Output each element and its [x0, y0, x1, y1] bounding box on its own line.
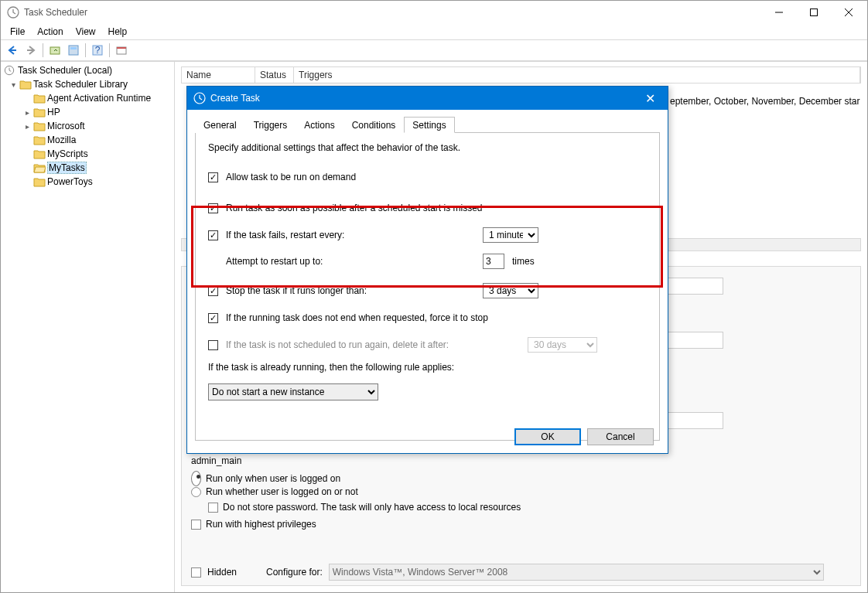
toolbar-separator: [43, 43, 43, 57]
tree-item-label: HP: [47, 107, 60, 118]
tree-item-selected[interactable]: MyTasks: [1, 161, 174, 175]
tree-item[interactable]: Agent Activation Runtime: [1, 91, 174, 105]
tree-root-label: Task Scheduler (Local): [18, 65, 112, 76]
tab-actions[interactable]: Actions: [296, 117, 343, 133]
chevron-right-icon[interactable]: ▸: [22, 108, 32, 117]
settings-tab-pane: Specify additional settings that affect …: [195, 133, 660, 441]
dialog-body: General Triggers Actions Conditions Sett…: [187, 110, 668, 453]
chevron-down-icon[interactable]: ▾: [9, 80, 18, 89]
run-missed-checkbox[interactable]: [208, 203, 218, 213]
task-grid-header: Name Status Triggers: [181, 66, 861, 83]
menu-file[interactable]: File: [4, 25, 31, 39]
user-account-label: admin_main: [191, 455, 241, 466]
tree-item-label: Agent Activation Runtime: [47, 93, 151, 104]
allow-on-demand-checkbox[interactable]: [208, 172, 218, 182]
run-whether-radio[interactable]: Run whether user is logged on or not: [191, 486, 358, 497]
up-button[interactable]: [46, 42, 63, 59]
folder-icon: [33, 148, 46, 159]
tree-item-label: Mozilla: [47, 135, 76, 145]
configure-for-label: Configure for:: [266, 567, 323, 578]
ok-button[interactable]: OK: [514, 428, 581, 445]
menu-view[interactable]: View: [70, 25, 102, 39]
tree-item-label: PowerToys: [47, 176, 93, 187]
attempt-label: Attempt to restart up to:: [226, 256, 475, 267]
chevron-right-icon[interactable]: ▸: [22, 122, 32, 131]
toolbar-icon-2[interactable]: [65, 42, 82, 59]
minimize-button[interactable]: [761, 1, 796, 24]
toolbar-separator-2: [85, 43, 86, 57]
col-triggers[interactable]: Triggers: [294, 67, 860, 83]
highest-privileges-check[interactable]: Run with highest privileges: [191, 519, 316, 530]
tab-triggers[interactable]: Triggers: [245, 117, 296, 133]
maximize-button[interactable]: [796, 1, 831, 24]
configure-for-select[interactable]: Windows Vista™, Windows Server™ 2008: [329, 564, 824, 581]
create-task-dialog: Create Task ✕ General Triggers Actions C…: [186, 86, 668, 454]
forward-button[interactable]: [22, 42, 39, 59]
hidden-checkbox[interactable]: [191, 567, 201, 578]
dialog-close-button[interactable]: ✕: [638, 91, 661, 106]
dialog-titlebar[interactable]: Create Task ✕: [187, 87, 668, 110]
toolbar-separator-3: [109, 43, 110, 57]
restart-interval-select[interactable]: 1 minute: [483, 227, 538, 243]
menubar: File Action View Help: [1, 24, 867, 39]
tree-item[interactable]: PowerToys: [1, 175, 174, 189]
back-button[interactable]: [4, 42, 21, 59]
run-logged-on-radio[interactable]: Run only when user is logged on: [191, 471, 340, 486]
tree-item[interactable]: Mozilla: [1, 133, 174, 147]
close-button[interactable]: [831, 1, 866, 24]
attempt-row: Attempt to restart up to: times: [208, 254, 647, 269]
stop-longer-label: Stop the task if it runs longer than:: [226, 285, 475, 296]
stop-longer-row: Stop the task if it runs longer than: 3 …: [208, 283, 647, 298]
tree-item[interactable]: ▸ Microsoft: [1, 119, 174, 133]
restart-row: If the task fails, restart every: 1 minu…: [208, 227, 647, 243]
configure-for-row: Hidden Configure for: Windows Vista™, Wi…: [191, 564, 824, 581]
toolbar: ?: [1, 39, 867, 61]
no-store-password-check[interactable]: Do not store password. The task will onl…: [191, 502, 521, 513]
stop-longer-checkbox[interactable]: [208, 286, 218, 296]
stop-longer-select[interactable]: 3 days: [483, 283, 538, 298]
tab-conditions[interactable]: Conditions: [343, 117, 405, 133]
window-controls: [761, 1, 866, 24]
delete-after-checkbox[interactable]: [208, 340, 218, 350]
delete-after-select: 30 days: [528, 337, 597, 353]
svg-rect-3: [69, 46, 78, 55]
clock-icon: [193, 92, 206, 104]
clock-icon: [4, 65, 15, 76]
help-button[interactable]: ?: [89, 42, 106, 59]
run-missed-row: Run task as soon as possible after a sch…: [208, 203, 647, 213]
rule-select[interactable]: Do not start a new instance: [208, 383, 378, 400]
delete-after-row: If the task is not scheduled to run agai…: [208, 337, 647, 353]
col-name[interactable]: Name: [182, 67, 255, 83]
task-row-partial[interactable]: eptember, October, November, December st…: [670, 93, 861, 107]
delete-after-label: If the task is not scheduled to run agai…: [226, 339, 520, 350]
tree-item[interactable]: ▸ HP: [1, 105, 174, 119]
menu-help[interactable]: Help: [102, 25, 134, 39]
highest-privileges-label: Run with highest privileges: [206, 519, 316, 530]
tree-pane: Task Scheduler (Local) ▾ Task Scheduler …: [1, 62, 175, 592]
folder-icon: [33, 176, 46, 187]
dialog-title: Create Task: [210, 93, 638, 104]
checkbox-icon: [208, 503, 218, 513]
attempt-count-input[interactable]: [483, 254, 504, 269]
tab-general[interactable]: General: [195, 117, 245, 133]
restart-checkbox[interactable]: [208, 230, 218, 240]
menu-action[interactable]: Action: [31, 25, 69, 39]
dialog-buttons: OK Cancel: [514, 428, 654, 445]
tree-root[interactable]: Task Scheduler (Local): [1, 63, 174, 77]
svg-text:?: ?: [95, 45, 101, 56]
col-status[interactable]: Status: [255, 67, 294, 83]
checkbox-icon: [191, 520, 201, 530]
run-whether-label: Run whether user is logged on or not: [206, 486, 358, 497]
force-stop-checkbox[interactable]: [208, 313, 218, 323]
cancel-button[interactable]: Cancel: [587, 428, 654, 445]
tab-settings[interactable]: Settings: [404, 117, 454, 133]
folder-icon: [33, 121, 46, 131]
toolbar-icon-3[interactable]: [113, 42, 130, 59]
svg-rect-1: [810, 9, 817, 16]
window-title: Task Scheduler: [24, 7, 761, 18]
allow-on-demand-label: Allow task to be run on demand: [226, 172, 356, 182]
highlight-annotation: [191, 206, 663, 288]
folder-open-icon: [33, 162, 46, 173]
tree-library[interactable]: ▾ Task Scheduler Library: [1, 77, 174, 91]
tree-item[interactable]: MyScripts: [1, 147, 174, 161]
